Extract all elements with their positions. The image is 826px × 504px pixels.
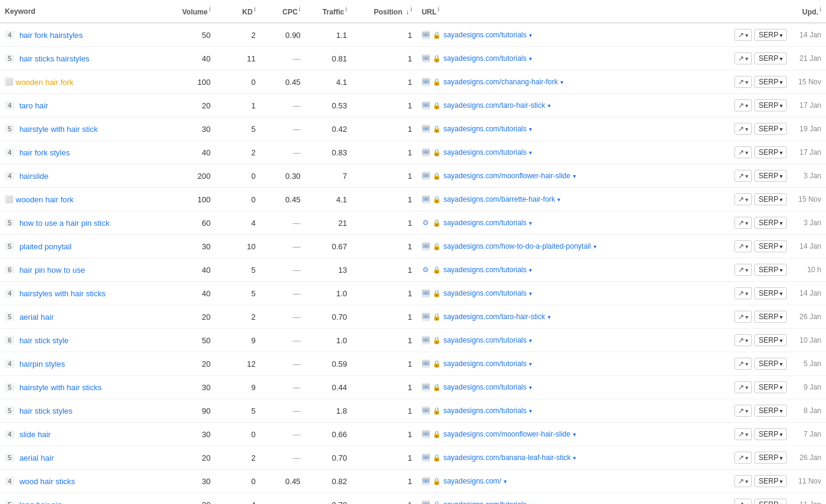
chart-button[interactable]: ↗▾ (734, 381, 752, 393)
url-link[interactable]: sayadesigns.com/moonflower-hair-slide (443, 172, 571, 180)
url-link[interactable]: sayadesigns.com/tutorials (443, 383, 527, 391)
keyword-link[interactable]: taro hair (19, 101, 48, 110)
url-caret-icon[interactable]: ▾ (548, 314, 551, 320)
url-caret-icon[interactable]: ▾ (529, 502, 532, 505)
serp-button[interactable]: SERP▾ (754, 405, 787, 417)
serp-button[interactable]: SERP▾ (754, 264, 787, 276)
keyword-link[interactable]: aerial hair (19, 453, 54, 462)
url-caret-icon[interactable]: ▾ (573, 455, 576, 461)
url-caret-icon[interactable]: ▾ (560, 79, 563, 86)
url-link[interactable]: sayadesigns.com/taro-hair-stick (443, 313, 545, 321)
chart-button[interactable]: ↗▾ (734, 499, 752, 504)
url-link[interactable]: sayadesigns.com/tutorials (443, 406, 527, 415)
keyword-link[interactable]: plaited ponytail (19, 242, 72, 251)
serp-button[interactable]: SERP▾ (754, 428, 787, 440)
url-caret-icon[interactable]: ▾ (529, 32, 532, 39)
keyword-link[interactable]: hair pin how to use (19, 266, 85, 275)
col-header-position[interactable]: Position ↓i (352, 0, 417, 23)
chart-button[interactable]: ↗▾ (734, 76, 752, 88)
url-caret-icon[interactable]: ▾ (529, 126, 532, 132)
keyword-link[interactable]: hair stick styles (19, 406, 72, 415)
keyword-link[interactable]: hairslide (19, 172, 48, 181)
chart-button[interactable]: ↗▾ (734, 240, 752, 252)
url-caret-icon[interactable]: ▾ (593, 243, 596, 250)
keyword-link[interactable]: wooden hair fork (16, 195, 74, 204)
url-caret-icon[interactable]: ▾ (529, 361, 532, 367)
url-caret-icon[interactable]: ▾ (529, 55, 532, 62)
col-header-kd[interactable]: KDi (215, 0, 260, 23)
keyword-link[interactable]: hairstyles with hair sticks (19, 289, 105, 298)
url-caret-icon[interactable]: ▾ (529, 267, 532, 273)
keyword-link[interactable]: hair fork hairstyles (19, 31, 83, 40)
serp-button[interactable]: SERP▾ (754, 193, 787, 205)
col-header-volume[interactable]: Volumei (164, 0, 216, 23)
chart-button[interactable]: ↗▾ (734, 99, 752, 111)
keyword-link[interactable]: aerial hair (19, 313, 54, 322)
serp-button[interactable]: SERP▾ (754, 240, 787, 252)
serp-button[interactable]: SERP▾ (754, 52, 787, 64)
url-caret-icon[interactable]: ▾ (529, 149, 532, 156)
chart-button[interactable]: ↗▾ (734, 358, 752, 370)
url-link[interactable]: sayadesigns.com/barrette-hair-fork (443, 195, 555, 204)
url-link[interactable]: sayadesigns.com/tutorials (443, 500, 527, 504)
keyword-link[interactable]: wood hair sticks (19, 477, 75, 486)
col-header-url[interactable]: URLi (417, 0, 679, 23)
serp-button[interactable]: SERP▾ (754, 334, 787, 346)
url-caret-icon[interactable]: ▾ (548, 102, 551, 109)
url-caret-icon[interactable]: ▾ (529, 337, 532, 344)
url-link[interactable]: sayadesigns.com/chanang-hair-fork (443, 78, 558, 86)
serp-button[interactable]: SERP▾ (754, 381, 787, 393)
chart-button[interactable]: ↗▾ (734, 193, 752, 205)
serp-button[interactable]: SERP▾ (754, 99, 787, 111)
url-link[interactable]: sayadesigns.com/tutorials (443, 148, 527, 157)
chart-button[interactable]: ↗▾ (734, 311, 752, 323)
serp-button[interactable]: SERP▾ (754, 311, 787, 323)
serp-button[interactable]: SERP▾ (754, 170, 787, 182)
chart-button[interactable]: ↗▾ (734, 475, 752, 487)
keyword-link[interactable]: slide hair (19, 430, 51, 439)
col-header-cpc[interactable]: CPCi (260, 0, 305, 23)
keyword-link[interactable]: how to use a hair pin stick (19, 219, 110, 228)
serp-button[interactable]: SERP▾ (754, 287, 787, 299)
url-link[interactable]: sayadesigns.com/how-to-do-a-plaited-pony… (443, 242, 591, 250)
chart-button[interactable]: ↗▾ (734, 452, 752, 464)
url-link[interactable]: sayadesigns.com/tutorials (443, 31, 527, 39)
chart-button[interactable]: ↗▾ (734, 217, 752, 229)
serp-button[interactable]: SERP▾ (754, 217, 787, 229)
chart-button[interactable]: ↗▾ (734, 123, 752, 135)
chart-button[interactable]: ↗▾ (734, 29, 752, 41)
url-link[interactable]: sayadesigns.com/tutorials (443, 336, 527, 344)
url-link[interactable]: sayadesigns.com/tutorials (443, 289, 527, 297)
url-link[interactable]: sayadesigns.com/moonflower-hair-slide (443, 430, 571, 438)
url-caret-icon[interactable]: ▾ (573, 431, 576, 438)
url-link[interactable]: sayadesigns.com/tutorials (443, 54, 527, 63)
chart-button[interactable]: ↗▾ (734, 334, 752, 346)
serp-button[interactable]: SERP▾ (754, 452, 787, 464)
url-link[interactable]: sayadesigns.com/tutorials (443, 266, 527, 274)
chart-button[interactable]: ↗▾ (734, 52, 752, 64)
keyword-link[interactable]: hairpin styles (19, 359, 65, 369)
serp-button[interactable]: SERP▾ (754, 499, 787, 504)
url-link[interactable]: sayadesigns.com/banana-leaf-hair-stick (443, 453, 571, 462)
url-link[interactable]: sayadesigns.com/taro-hair-stick (443, 101, 545, 110)
keyword-link[interactable]: wooden hair fork (16, 78, 74, 87)
url-caret-icon[interactable]: ▾ (529, 220, 532, 226)
keyword-link[interactable]: hairstyle with hair sticks (19, 383, 102, 392)
chart-button[interactable]: ↗▾ (734, 405, 752, 417)
keyword-link[interactable]: hair stick style (19, 336, 69, 345)
url-caret-icon[interactable]: ▾ (529, 290, 532, 297)
url-link[interactable]: sayadesigns.com/tutorials (443, 125, 527, 133)
serp-button[interactable]: SERP▾ (754, 475, 787, 487)
col-header-upd[interactable]: Upd.i (678, 0, 826, 23)
url-caret-icon[interactable]: ▾ (573, 173, 576, 179)
keyword-link[interactable]: hairstyle with hair stick (19, 125, 98, 134)
serp-button[interactable]: SERP▾ (754, 358, 787, 370)
col-header-traffic[interactable]: Traffici (305, 0, 352, 23)
serp-button[interactable]: SERP▾ (754, 76, 787, 88)
keyword-link[interactable]: long hair pin (19, 500, 62, 505)
serp-button[interactable]: SERP▾ (754, 146, 787, 158)
url-link[interactable]: sayadesigns.com/ (443, 477, 501, 485)
url-caret-icon[interactable]: ▾ (504, 478, 507, 485)
chart-button[interactable]: ↗▾ (734, 264, 752, 276)
chart-button[interactable]: ↗▾ (734, 146, 752, 158)
